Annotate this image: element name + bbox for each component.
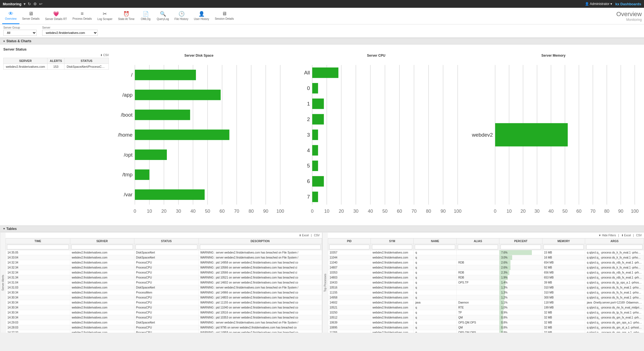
tables-header[interactable]: ▾ Tables [0, 225, 644, 232]
proc-cell-pid: 14958 [328, 295, 371, 300]
server-alerts-side-label: Server Alerts [0, 233, 6, 333]
toolbar-item-server-details-rt[interactable]: 💗Server Details RT [42, 8, 70, 24]
dropdown-icon[interactable]: ▾ [24, 2, 26, 6]
toolbar-item-server-details[interactable]: 🖥Server Details [19, 8, 42, 24]
svg-text:/boot: /boot [121, 112, 133, 118]
proc-row: 10357webdev2.firstderivatives.comq7.6%15… [328, 250, 644, 255]
toolbar-item-session-details[interactable]: 🖥Session Details [212, 8, 237, 24]
toolbar-item-user-history[interactable]: 👤User History [191, 8, 212, 24]
proc-row: 14958webdev2.firstderivatives.comq1.2%30… [328, 295, 644, 300]
server-group-select[interactable]: All [3, 30, 37, 36]
alerts-excel-link[interactable]: ⬇ Excel [299, 234, 309, 237]
alerts-table-scroll[interactable]: TIMESERVERSTATUSDESCRIPTION 14:35:05webd… [6, 238, 322, 333]
alerts-cell-time: 14:30:34 [6, 290, 70, 295]
charts-main: ⬇ CSV SERVERALERTSSTATUS webdev2.firstde… [3, 54, 641, 223]
disk-chart-title: Server Disk Space [112, 54, 286, 57]
proc-cell-percent: 1.0% [499, 305, 542, 310]
proc-filter-alias[interactable] [458, 245, 498, 249]
proc-cell-name: q [414, 320, 456, 325]
toolbar-item-querylog[interactable]: 🔍QueryLog [154, 8, 172, 24]
hide-filters-link[interactable]: ▼ Hide Filters [598, 234, 616, 237]
svg-text:60: 60 [220, 209, 225, 214]
svg-rect-66 [312, 130, 318, 140]
svg-text:0: 0 [494, 209, 497, 214]
processes-separator2: | [633, 234, 634, 237]
alerts-separator: | [311, 234, 312, 237]
settings-icon[interactable]: ⚙ [33, 2, 37, 6]
processes-csv-link[interactable]: CSV [636, 234, 642, 237]
svg-text:90: 90 [263, 209, 268, 214]
alerts-cell-server: webdev2.firstderivatives.com [70, 305, 134, 310]
proc-cell-memory: 654 MB [542, 260, 585, 265]
tables-arrow: ▾ [3, 227, 5, 230]
toolbar-item-file-history[interactable]: 🕒File History [172, 8, 191, 24]
toolbar-item-state-at-time[interactable]: ⏰State At Time [115, 8, 137, 24]
proc-cell-sym: webdev2.firstderivatives.com [371, 260, 413, 265]
alerts-row: 14:30:34webdev2.firstderivatives.comProc… [6, 305, 322, 310]
proc-filter-percent[interactable] [500, 245, 541, 249]
toolbar-item-overview[interactable]: 👁Overview [2, 8, 19, 24]
proc-cell-percent: 1.2% [499, 295, 542, 300]
proc-row: 11255webdev2.firstderivatives.comqOPS.QM… [328, 330, 644, 333]
alerts-csv-link[interactable]: CSV [314, 234, 320, 237]
alerts-cell-description: WARNING : pid 10566 on server webdev2.fi… [198, 270, 322, 275]
alerts-row: 14:32:34webdev2.firstderivatives.comProc… [6, 270, 322, 275]
processes-excel-link[interactable]: ⬇ Excel [621, 234, 631, 237]
undo-icon[interactable]: ↩ [39, 2, 42, 6]
alerts-row: 14:31:34webdev2.firstderivatives.comProc… [6, 275, 322, 280]
proc-cell-pid: 10512 [328, 315, 371, 320]
proc-cell-percent: 2.6% [499, 265, 542, 270]
alerts-col-description: DESCRIPTION [198, 238, 322, 244]
status-charts-arrow: ▾ [3, 40, 5, 43]
alerts-cell-description: WARNING : server webdev2.firstderivative… [198, 320, 322, 325]
proc-filter-pid[interactable] [329, 245, 369, 249]
alerts-cell-time: 14:30:34 [6, 295, 70, 300]
proc-cell-pid: 10357 [328, 250, 371, 255]
proc-cell-alias: QM [456, 325, 499, 330]
proc-filter-name[interactable] [415, 245, 455, 249]
alerts-cell-time: 14:30:34 [6, 315, 70, 320]
proc-filter-memory[interactable] [544, 245, 584, 249]
proc-cell-pid: 11044 [328, 255, 371, 260]
proc-cell-pid: 10895 [328, 325, 371, 330]
alerts-row: 14:32:34webdev2.firstderivatives.comProc… [6, 265, 322, 270]
svg-rect-98 [495, 123, 568, 146]
alerts-filter-description[interactable] [200, 245, 321, 249]
tables-label: Tables [6, 227, 17, 231]
server-group-filter: Server Group All [3, 26, 37, 36]
svg-rect-28 [135, 130, 229, 140]
proc-cell-args: q q/prcl.q_ -process ds_tp_ops_a.1 -prho… [585, 280, 644, 285]
status-charts-label: Status & Charts [6, 39, 31, 43]
svg-text:80: 80 [426, 209, 431, 214]
proc-filter-args[interactable] [586, 245, 643, 249]
proc-cell-memory: 118 MB [542, 300, 585, 305]
status-charts-header[interactable]: ▾ Status & Charts [0, 38, 644, 44]
alerts-cell-status: DiskSpaceAlert [134, 285, 199, 290]
processes-table-scroll[interactable]: PIDSYMNAMEALIASPERCENTMEMORYARGS 10357we… [328, 238, 644, 333]
alerts-filter-status[interactable] [135, 245, 197, 249]
svg-text:/app: /app [122, 92, 133, 98]
refresh-icon[interactable]: ↻ [28, 2, 31, 6]
server-select[interactable]: webdev2.firstderivatives.com [42, 30, 98, 36]
alerts-cell-server: webdev2.firstderivatives.com [70, 265, 134, 270]
toolbar-item-omlog[interactable]: 📄OMLOg [137, 8, 154, 24]
ss-col-server: SERVER [4, 58, 47, 64]
toolbar-item-process-details[interactable]: ≡Process Details [70, 8, 94, 24]
csv-link[interactable]: ⬇ CSV [3, 54, 109, 57]
proc-cell-pid: 11255 [328, 330, 371, 333]
svg-rect-22 [135, 70, 196, 80]
alerts-filter-server[interactable] [71, 245, 133, 249]
proc-cell-percent: 7.6% [499, 250, 542, 255]
alerts-cell-server: webdev2.firstderivatives.com [70, 330, 134, 333]
alerts-cell-description: WARNING : pid 10516 on server webdev2.fi… [198, 310, 322, 315]
ss-cell-server: webdev2.firstderivatives.com [4, 64, 47, 70]
proc-cell-name: q [414, 290, 456, 295]
alerts-cell-server: webdev2.firstderivatives.com [70, 325, 134, 330]
toolbar-item-log-scraper[interactable]: ✂Log Scraper [95, 8, 115, 24]
alerts-col-server: SERVER [70, 238, 134, 244]
proc-cell-memory: 656 MB [542, 270, 585, 275]
proc-filter-sym[interactable] [372, 245, 412, 249]
kx-dashboards-label[interactable]: kx Dashboards [615, 2, 641, 6]
alerts-filter-time[interactable] [7, 245, 69, 249]
alerts-cell-server: webdev2.firstderivatives.com [70, 320, 134, 325]
